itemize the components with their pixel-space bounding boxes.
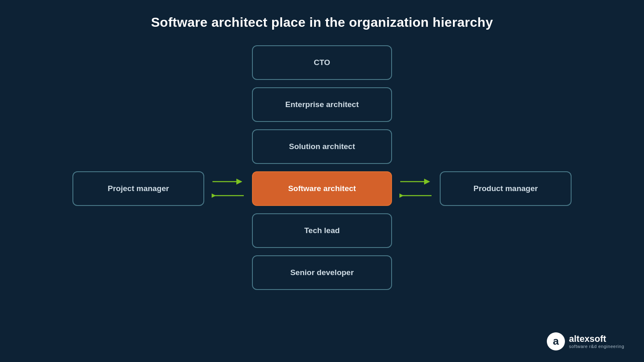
node-software-architect-label: Software architect <box>288 184 356 193</box>
right-arrows <box>399 176 432 201</box>
node-solution-architect-label: Solution architect <box>289 142 355 151</box>
arrow-right-2 <box>399 176 432 187</box>
logo-name: altexsoft <box>569 334 624 344</box>
node-project-manager: Project manager <box>72 171 204 206</box>
node-software-architect: Software architect <box>252 171 392 206</box>
node-cto-label: CTO <box>314 58 330 67</box>
left-arrows <box>212 176 245 201</box>
page-title: Software architect place in the organiza… <box>0 0 644 30</box>
node-tech-lead: Tech lead <box>252 213 392 248</box>
arrow-right-1 <box>212 176 245 187</box>
node-tech-lead-label: Tech lead <box>304 226 340 235</box>
center-column: CTO Enterprise architect Solution archit… <box>72 45 572 290</box>
node-senior-developer-label: Senior developer <box>290 268 354 277</box>
logo-container: a altexsoft software r&d engineering <box>547 332 624 350</box>
logo-subtitle: software r&d engineering <box>569 344 624 349</box>
node-enterprise-architect: Enterprise architect <box>252 87 392 122</box>
node-project-manager-label: Project manager <box>108 184 169 193</box>
diagram-container: CTO Enterprise architect Solution archit… <box>0 41 644 362</box>
arrow-left-2 <box>399 190 432 201</box>
node-enterprise-architect-label: Enterprise architect <box>285 100 359 109</box>
altexsoft-logo-icon: a <box>547 332 565 350</box>
node-product-manager-label: Product manager <box>474 184 538 193</box>
horizontal-row: Project manager <box>72 171 572 206</box>
logo-text: altexsoft software r&d engineering <box>569 334 624 349</box>
node-senior-developer: Senior developer <box>252 255 392 290</box>
node-solution-architect: Solution architect <box>252 129 392 164</box>
node-cto: CTO <box>252 45 392 80</box>
arrow-left-1 <box>212 190 245 201</box>
node-product-manager: Product manager <box>440 171 572 206</box>
svg-text:a: a <box>553 335 559 347</box>
